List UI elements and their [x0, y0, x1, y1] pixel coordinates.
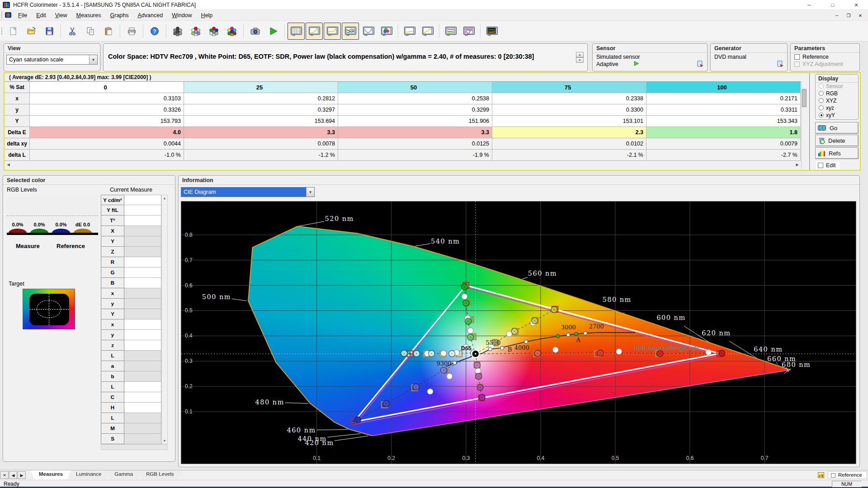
- measure-secondaries-button[interactable]: [205, 23, 222, 40]
- display-option-xyy[interactable]: xyY: [816, 112, 858, 119]
- edit-checkbox[interactable]: Edit: [816, 162, 840, 169]
- sensor-run-icon[interactable]: [634, 61, 639, 67]
- measure-primaries-button[interactable]: [187, 23, 204, 40]
- tab-luminance[interactable]: Luminance: [68, 470, 109, 479]
- tab-rgb-levels[interactable]: RGB Levels: [138, 470, 182, 479]
- sensor-config-button[interactable]: [697, 61, 704, 69]
- help-about-button[interactable]: ?: [146, 23, 163, 40]
- spinner-down-button[interactable]: ▼: [576, 57, 584, 63]
- open-file-button[interactable]: [23, 23, 40, 40]
- mon-gamma-icon: [326, 26, 339, 36]
- measure-all-colors-button[interactable]: [223, 23, 241, 40]
- view-luminance-button[interactable]: [306, 23, 323, 40]
- scroll-down-icon[interactable]: ▼: [162, 438, 167, 444]
- menu-item-window[interactable]: Window: [167, 11, 196, 20]
- svg-text:480 nm: 480 nm: [255, 399, 284, 406]
- menu-item-view[interactable]: View: [51, 11, 72, 20]
- measures-row-delta-e: Delta E4.03.33.32.31.8: [5, 127, 801, 138]
- next-tab-button[interactable]: ▶: [18, 471, 26, 479]
- reference-status-checkbox[interactable]: Reference: [828, 471, 867, 479]
- scroll-right-icon[interactable]: ▶: [794, 162, 801, 168]
- reference-checkbox-box[interactable]: [794, 54, 800, 60]
- menu-item-advanced[interactable]: Advanced: [133, 11, 168, 20]
- menu-item-measures[interactable]: Measures: [72, 11, 106, 20]
- run-measures-button[interactable]: [264, 23, 282, 40]
- paste-button[interactable]: [100, 23, 117, 40]
- measure-value-cell: 3.3: [184, 127, 338, 138]
- cut-button[interactable]: [64, 23, 81, 40]
- generator-panel-title: Generator: [711, 44, 787, 53]
- scroll-up-icon[interactable]: ▲: [162, 195, 167, 201]
- view-free-measures-button[interactable]: [483, 23, 500, 40]
- mdi-minimize-button[interactable]: ─: [832, 11, 842, 19]
- current-measure-vscrollbar[interactable]: ▲ ▼: [161, 195, 168, 444]
- edit-checkbox-box[interactable]: [818, 163, 823, 168]
- current-measure-row-value: [124, 319, 161, 330]
- radio-rgb[interactable]: [819, 91, 824, 96]
- refs-button[interactable]: Refs: [815, 147, 859, 159]
- chevron-down-icon[interactable]: ▼: [89, 55, 97, 64]
- radio-xyy[interactable]: [819, 113, 824, 117]
- current-measure-hscrollbar[interactable]: [101, 444, 168, 450]
- current-measure-row-label: x: [101, 319, 124, 330]
- display-option-xyz[interactable]: XYZ: [816, 97, 858, 104]
- view-luma-curve-button[interactable]: [401, 23, 418, 40]
- display-option-sensor: Sensor: [816, 83, 858, 90]
- display-option-rgb[interactable]: RGB: [816, 90, 858, 97]
- current-measure-label: Current Measure: [101, 187, 161, 193]
- view-gamma-button[interactable]: [324, 23, 341, 40]
- spinner-up-button[interactable]: ▲: [576, 52, 584, 57]
- mdi-close-button[interactable]: ✕: [855, 11, 865, 19]
- vscroll-thumb[interactable]: [802, 89, 807, 107]
- tab-gamma[interactable]: Gamma: [106, 470, 141, 479]
- svg-text:0.7: 0.7: [761, 455, 769, 461]
- menu-item-graphs[interactable]: Graphs: [106, 11, 133, 20]
- menu-item-help[interactable]: Help: [197, 11, 217, 20]
- chevron-down-icon[interactable]: ▼: [306, 188, 314, 197]
- go-button[interactable]: Go: [815, 122, 859, 134]
- current-measure-row-label: L: [101, 351, 124, 361]
- generator-config-button[interactable]: [777, 61, 784, 69]
- reference-checkbox[interactable]: Reference: [791, 53, 859, 60]
- current-measure-row-value: [124, 236, 161, 247]
- window-minimize-button[interactable]: ─: [797, 0, 821, 10]
- view-color-temp-button[interactable]: [460, 23, 477, 40]
- reference-status-box[interactable]: [831, 473, 835, 478]
- capture-button[interactable]: [246, 23, 264, 40]
- previous-tab-button[interactable]: ◀: [9, 471, 17, 479]
- measures-table-hscrollbar[interactable]: ◀ ▶: [5, 161, 801, 169]
- measure-value-cell: 0.3103: [30, 93, 184, 104]
- menu-item-file[interactable]: File: [14, 11, 32, 20]
- measure-value-cell: 153.343: [646, 116, 801, 127]
- view-rgb-levels-button[interactable]: [342, 23, 359, 40]
- scroll-left-icon[interactable]: ◀: [5, 162, 12, 168]
- cie-diagram-chart[interactable]: 0.10.20.30.40.50.60.70.10.20.30.40.50.60…: [181, 201, 856, 464]
- view-measures-grid-button[interactable]: [288, 23, 305, 40]
- view-cie-diagram-button[interactable]: [378, 23, 395, 40]
- measures-table-vscrollbar[interactable]: [801, 82, 807, 169]
- copy-button[interactable]: [82, 23, 99, 40]
- measure-grayscale-button[interactable]: [169, 23, 186, 40]
- view-histogram-button[interactable]: [360, 23, 377, 40]
- information-view-dropdown[interactable]: CIE Diagram ▼: [181, 187, 315, 197]
- display-option-xyz[interactable]: xyz: [816, 104, 858, 112]
- view-color-levels-button[interactable]: [442, 23, 459, 40]
- toolbar-separator: [480, 24, 481, 38]
- measure-value-cell: -2.1 %: [492, 150, 646, 161]
- target-crosshair-area: [29, 294, 69, 325]
- view-gamma-curve-button[interactable]: [419, 23, 436, 40]
- menu-item-edit[interactable]: Edit: [32, 11, 51, 20]
- view-selector-dropdown[interactable]: Cyan saturation scale ▼: [6, 55, 98, 65]
- radio-xyz[interactable]: [819, 98, 824, 103]
- new-document-button[interactable]: [5, 23, 22, 40]
- print-button[interactable]: [123, 23, 140, 40]
- close-view-button[interactable]: ✕: [0, 471, 9, 479]
- mdi-restore-button[interactable]: ❐: [844, 11, 854, 19]
- radio-xyz[interactable]: [819, 105, 824, 110]
- window-close-button[interactable]: ✕: [844, 0, 868, 10]
- delete-button[interactable]: Delete: [815, 135, 859, 146]
- tab-measures[interactable]: Measures: [31, 470, 71, 479]
- measure-axis-label: Measure: [16, 243, 40, 249]
- save-file-button[interactable]: [41, 23, 58, 40]
- window-maximize-button[interactable]: □: [821, 0, 844, 10]
